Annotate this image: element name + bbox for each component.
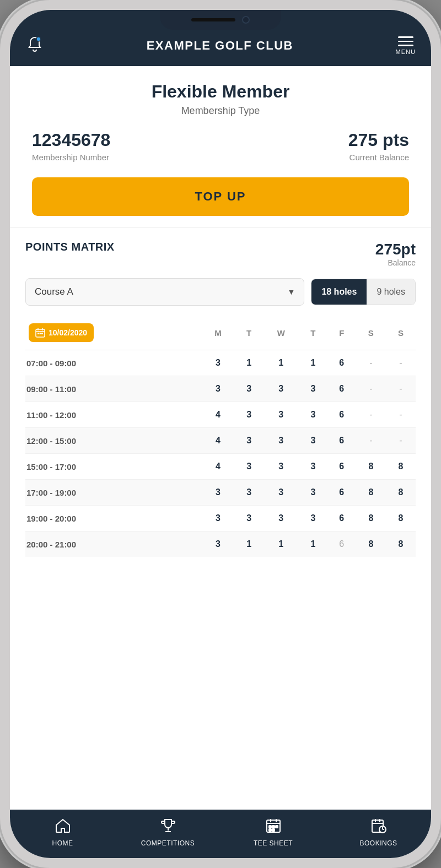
date-picker[interactable]: 10/02/2020: [29, 323, 94, 342]
svg-rect-6: [40, 333, 41, 334]
membership-number-label: Membership Number: [32, 153, 110, 162]
svg-rect-5: [37, 333, 39, 334]
col-sunday: S: [386, 316, 416, 350]
value-cell: 3: [235, 376, 263, 402]
value-cell: 3: [235, 402, 263, 428]
value-cell: 3: [201, 531, 234, 557]
value-cell: -: [356, 350, 386, 376]
time-cell: 09:00 - 11:00: [25, 376, 201, 402]
value-cell: 8: [356, 454, 386, 480]
nav-tee-sheet[interactable]: TEE SHEET: [220, 817, 326, 847]
nav-home[interactable]: HOME: [10, 817, 115, 847]
main-content: Flexible Member Membership Type 12345678…: [10, 66, 431, 810]
value-cell: 6: [327, 428, 356, 454]
time-cell: 12:00 - 15:00: [25, 428, 201, 454]
value-cell: 3: [299, 402, 327, 428]
value-cell: 6: [327, 376, 356, 402]
value-cell: 3: [201, 350, 234, 376]
col-thursday: T: [299, 316, 327, 350]
value-cell: 3: [201, 480, 234, 506]
svg-rect-7: [41, 333, 43, 334]
table-row: 12:00 - 15:0043336--: [25, 428, 416, 454]
nav-competitions[interactable]: COMPETITIONS: [115, 817, 220, 847]
member-section: Flexible Member Membership Type 12345678…: [10, 66, 431, 227]
course-dropdown[interactable]: Course A ▼: [25, 278, 304, 306]
header-title: EXAMPLE GOLF CLUB: [147, 39, 293, 53]
bookings-icon: [370, 817, 387, 836]
value-cell: 3: [235, 454, 263, 480]
18-holes-button[interactable]: 18 holes: [311, 279, 367, 305]
table-row: 09:00 - 11:0033336--: [25, 376, 416, 402]
points-matrix-section: POINTS MATRIX 275pt Balance Course A ▼ 1…: [10, 227, 431, 557]
points-balance-value: 275pt: [375, 241, 416, 258]
col-wednesday: W: [263, 316, 299, 350]
9-holes-button[interactable]: 9 holes: [367, 279, 415, 305]
value-cell: 3: [263, 480, 299, 506]
value-cell: 3: [299, 480, 327, 506]
value-cell: -: [386, 402, 416, 428]
time-cell: 17:00 - 19:00: [25, 480, 201, 506]
value-cell: -: [356, 428, 386, 454]
table-row: 17:00 - 19:003333688: [25, 480, 416, 506]
table-row: 19:00 - 20:003333688: [25, 506, 416, 531]
value-cell: 6: [327, 480, 356, 506]
value-cell: 3: [263, 454, 299, 480]
value-cell: 6: [327, 506, 356, 531]
course-selected-label: Course A: [35, 286, 73, 297]
points-balance-block: 275pt Balance: [375, 241, 416, 267]
balance-value: 275 pts: [348, 130, 409, 150]
table-row: 15:00 - 17:004333688: [25, 454, 416, 480]
value-cell: 1: [235, 531, 263, 557]
value-cell: -: [386, 350, 416, 376]
menu-label: MENU: [396, 48, 416, 55]
notification-icon[interactable]: [25, 35, 44, 56]
value-cell: 8: [386, 531, 416, 557]
value-cell: 3: [263, 506, 299, 531]
points-matrix-title: POINTS MATRIX: [25, 241, 115, 253]
value-cell: 6: [327, 454, 356, 480]
nav-home-label: HOME: [52, 839, 73, 847]
member-balance-block: 275 pts Current Balance: [348, 130, 409, 162]
svg-rect-17: [269, 829, 271, 831]
value-cell: -: [386, 428, 416, 454]
col-saturday: S: [356, 316, 386, 350]
points-matrix-header: POINTS MATRIX 275pt Balance: [25, 241, 416, 267]
value-cell: 6: [327, 350, 356, 376]
notch: [160, 10, 281, 30]
time-cell: 07:00 - 09:00: [25, 350, 201, 376]
value-cell: 8: [356, 506, 386, 531]
nav-bookings[interactable]: BOOKINGS: [326, 817, 431, 847]
value-cell: 3: [299, 454, 327, 480]
nav-competitions-label: COMPETITIONS: [141, 839, 195, 847]
time-cell: 19:00 - 20:00: [25, 506, 201, 531]
member-info-row: 12345678 Membership Number 275 pts Curre…: [32, 130, 409, 162]
table-row: 20:00 - 21:003111688: [25, 531, 416, 557]
menu-button[interactable]: MENU: [396, 36, 416, 55]
phone-frame: EXAMPLE GOLF CLUB MENU Flexible Member M…: [0, 0, 441, 868]
value-cell: 8: [356, 531, 386, 557]
calendar-grid-icon: [265, 817, 282, 836]
top-up-button[interactable]: TOP UP: [32, 177, 409, 216]
time-cell: 15:00 - 17:00: [25, 454, 201, 480]
value-cell: 4: [201, 402, 234, 428]
value-cell: 3: [299, 376, 327, 402]
date-header-cell[interactable]: 10/02/2020: [25, 316, 201, 350]
value-cell: -: [356, 402, 386, 428]
value-cell: -: [386, 376, 416, 402]
value-cell: 3: [263, 402, 299, 428]
value-cell: 1: [235, 350, 263, 376]
time-cell: 11:00 - 12:00: [25, 402, 201, 428]
holes-toggle: 18 holes 9 holes: [311, 279, 416, 305]
svg-point-0: [36, 37, 41, 41]
svg-rect-16: [276, 826, 278, 828]
speaker: [191, 18, 235, 21]
member-type-title: Flexible Member: [32, 82, 409, 102]
value-cell: 3: [235, 480, 263, 506]
value-cell: 3: [299, 506, 327, 531]
bottom-navigation: HOME COMPETITIONS: [10, 810, 431, 858]
member-number-block: 12345678 Membership Number: [32, 130, 110, 162]
col-tuesday: T: [235, 316, 263, 350]
points-matrix-table: 10/02/2020 M T W T F S S: [25, 316, 416, 557]
svg-rect-18: [272, 829, 275, 831]
value-cell: 1: [263, 531, 299, 557]
